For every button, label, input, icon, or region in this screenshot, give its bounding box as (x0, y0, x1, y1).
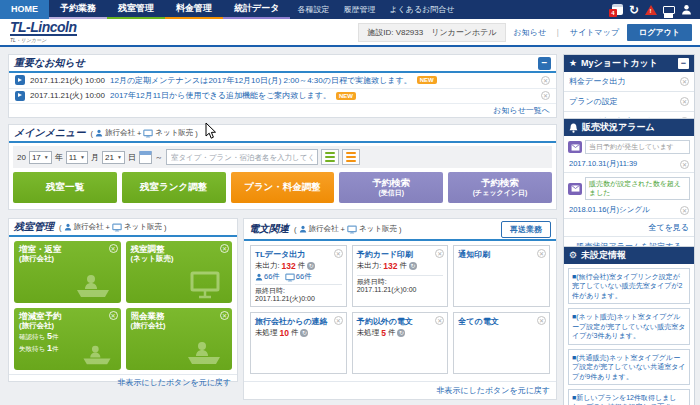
nav-room-inventory[interactable]: 残室管理 (107, 0, 165, 19)
collapse-icon[interactable]: − (538, 57, 551, 70)
shortcut-label[interactable]: 料金データ出力 (569, 76, 625, 87)
card-title[interactable]: 予約以外の電文 (357, 316, 444, 327)
nav-reservations[interactable]: 予約業務 (49, 0, 107, 19)
close-icon[interactable]: ✕ (109, 311, 118, 320)
shortcut-item[interactable]: 料金データ出力 ✕ (564, 72, 694, 92)
unset-info-item[interactable]: ■新しいプランを12件取得しました。プラン情報を設定して下さい。 (568, 389, 690, 405)
alarm-mail-icon (568, 141, 582, 153)
collapse-icon[interactable]: − (678, 58, 689, 69)
megaphone-icon (15, 91, 25, 101)
shortcut-label[interactable]: プランの設定 (569, 96, 618, 107)
notice-link-text[interactable]: 12月の定期メンテナンスは2017年12月10日(月) 2:00～4:30の日程… (110, 75, 412, 86)
scope-open: ( (294, 225, 297, 234)
button-label: 予約検索 (481, 178, 519, 189)
datepicker-icon[interactable] (139, 151, 152, 164)
tile-title: 残室調整 (131, 245, 228, 254)
notice-link-text[interactable]: 2017年12月11日から使用できる追加機能をご案内致します。 (110, 90, 331, 101)
close-icon[interactable]: ✕ (680, 206, 689, 215)
close-icon[interactable]: ✕ (680, 160, 689, 169)
user-icon[interactable] (681, 4, 692, 15)
year-select[interactable]: 17▼ (29, 151, 52, 164)
reservation-search-received-button[interactable]: 予約検索 (受信日) (339, 172, 443, 203)
nav-faq[interactable]: よくあるお問合せ (382, 0, 461, 19)
shortcut-item[interactable]: プランの設定 ✕ (564, 92, 694, 112)
close-icon[interactable]: ✕ (220, 244, 229, 253)
notice-row[interactable]: 2017.11.21(火) 10:00 12月の定期メンテナンスは2017年12… (9, 73, 556, 89)
card-title[interactable]: 旅行会社からの連絡 (255, 316, 342, 327)
app-logo[interactable]: TL-Lincoln TL・リンカーン (0, 21, 77, 43)
alarm-date-row[interactable]: 2018.01.16(月)シングル ✕ (564, 202, 694, 219)
close-icon[interactable]: ✕ (109, 244, 118, 253)
close-icon[interactable]: ✕ (334, 249, 343, 258)
reservation-search-checkin-button[interactable]: 予約検索 (チェックイン日) (448, 172, 552, 203)
alarm-date-row[interactable]: 2017.10.31(月)11:39 ✕ (564, 156, 694, 173)
card-title[interactable]: 予約カード印刷 (357, 249, 444, 260)
tile-inquiry-operations[interactable]: 照会業務 (旅行会社) ✕ (126, 308, 233, 370)
calendar-icon[interactable]: 4 (612, 4, 623, 15)
close-icon[interactable]: ✕ (541, 91, 550, 100)
close-icon[interactable]: ✕ (537, 316, 546, 325)
refresh-mini-icon[interactable]: ↻ (300, 329, 308, 337)
day-label: 日 (128, 152, 136, 163)
monitor-icon (184, 271, 226, 299)
day-select[interactable]: 21▼ (102, 151, 125, 164)
unset-info-item[interactable]: ■(旅行会社)室タイプリンク設定が完了していない販売先室タイプが2件があります。 (568, 268, 690, 304)
view-all-link[interactable]: 全てを見る (648, 222, 689, 233)
card-title[interactable]: TLデータ出力 (255, 249, 342, 260)
close-icon[interactable]: ✕ (334, 316, 343, 325)
important-notices-panel: 重要なお知らせ − 2017.11.21(火) 10:00 12月の定期メンテナ… (8, 54, 557, 118)
card-title[interactable]: 通知印刷 (458, 249, 545, 260)
top-navigation: HOME 予約業務 残室管理 料金管理 統計データ 各種設定 履歴管理 よくある… (0, 0, 700, 19)
nav-rates[interactable]: 料金管理 (165, 0, 223, 19)
notices-list-link[interactable]: お知らせ一覧へ (493, 105, 550, 116)
plan-rate-adjust-button[interactable]: プラン・料金調整 (231, 172, 335, 203)
refresh-mini-icon[interactable]: ↻ (397, 329, 405, 337)
unset-info-item[interactable]: ■(共通販売)ネット室タイプグループ設定が完了していない共通室タイプが9件ありま… (568, 349, 690, 385)
tile-add-return-rooms[interactable]: 増室・返室 (旅行会社) ✕ (14, 241, 121, 303)
refresh-icon[interactable]: ↻ (629, 4, 639, 16)
nav-settings[interactable]: 各種設定 (290, 0, 336, 19)
alert-icon[interactable]: ! (645, 5, 657, 15)
refresh-mini-icon[interactable]: ↻ (409, 262, 417, 270)
room-list-button[interactable]: 残室一覧 (13, 172, 117, 203)
nav-home[interactable]: HOME (0, 0, 49, 19)
room-rank-adjust-button[interactable]: 残室ランク調整 (122, 172, 226, 203)
stat-number: 132 (282, 261, 296, 271)
last-value: 2017.11.21(火)0:00 (255, 295, 315, 302)
close-icon[interactable]: ✕ (680, 97, 689, 106)
notice-row[interactable]: 2017.11.21(火) 10:00 2017年12月11日から使用できる追加… (9, 89, 556, 105)
card-last-datetime: 最終日時:2017.11.21(火)0:00 (357, 275, 444, 295)
list-view-green-icon[interactable] (321, 149, 339, 165)
close-icon[interactable]: ✕ (537, 249, 546, 258)
restore-hidden-buttons-link[interactable]: 非表示にしたボタンを元に戻す (436, 385, 550, 396)
close-icon[interactable]: ✕ (541, 76, 550, 85)
unset-info-item[interactable]: ■(ネット販売)ネット室タイプグループ設定が完了していない販売室タイプが3件あり… (568, 308, 690, 344)
room-management-header: 残室管理 ( 旅行会社 + ネット販売 ) (9, 219, 237, 237)
card-title[interactable]: 全ての電文 (458, 316, 545, 327)
alarm-date-link[interactable]: 2018.01.16(月)シングル (569, 205, 650, 215)
close-icon[interactable]: ✕ (220, 311, 229, 320)
scope-travel-label: 旅行会社 (74, 222, 104, 232)
logout-button[interactable]: ログアウト (627, 24, 692, 41)
stat-number: 5 (381, 328, 386, 338)
alarm-date-link[interactable]: 2017.10.31(月)11:39 (569, 159, 637, 169)
monitor-icon[interactable] (663, 6, 675, 14)
tile-subtitle: (旅行会社) (19, 321, 116, 331)
restore-hidden-buttons-link[interactable]: 非表示にしたボタンを元に戻す (117, 377, 231, 388)
main-menu-header: メインメニュー ( 旅行会社 + ネット販売 ) (9, 125, 556, 143)
nav-statistics[interactable]: 統計データ (223, 0, 290, 19)
stat-label: 失敗待ち (19, 345, 45, 352)
stat-number: 132 (383, 261, 397, 271)
refresh-mini-icon[interactable]: ↻ (307, 262, 315, 270)
tile-room-change-reservations[interactable]: 増減室予約 (旅行会社) 確認待ち 5件 失敗待ち 1件 ✕ (14, 308, 121, 370)
tile-room-adjust-net[interactable]: 残室調整 (ネット販売) ✕ (126, 241, 233, 303)
close-icon[interactable]: ✕ (680, 77, 689, 86)
notice-link[interactable]: お知らせ (514, 27, 547, 38)
search-input[interactable] (166, 149, 318, 165)
month-select[interactable]: 11▼ (66, 151, 88, 164)
nav-history[interactable]: 履歴管理 (336, 0, 382, 19)
list-view-orange-icon[interactable] (342, 149, 360, 165)
logo-subtext: TL・リンカーン (10, 36, 77, 43)
resend-button[interactable]: 再送業務 (501, 221, 551, 238)
sitemap-link[interactable]: サイトマップ (570, 27, 619, 38)
